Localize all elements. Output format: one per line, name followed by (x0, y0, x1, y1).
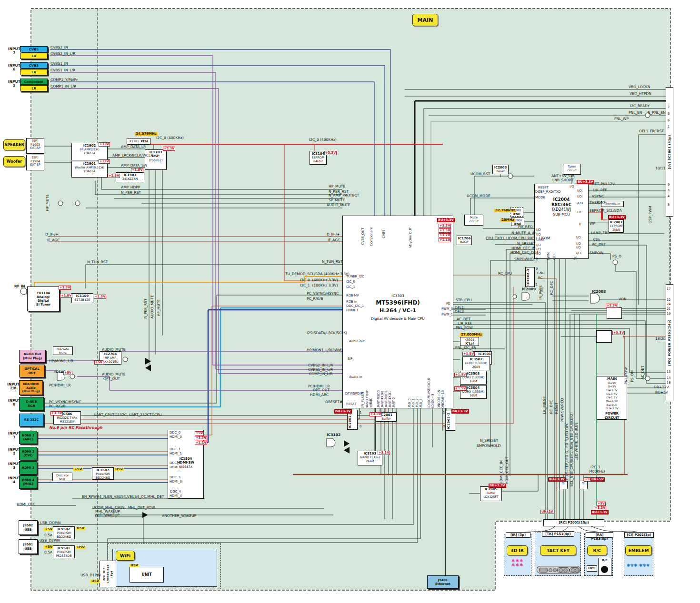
l2: (Mini Plug) (23, 356, 42, 360)
speaker-connector: SPEAKER (3, 139, 25, 150)
tact-key-bar (539, 568, 548, 573)
ic-ref: IC1507 (93, 468, 113, 472)
ic3802-spliter (607, 307, 622, 319)
ic-ref: IC9502 (54, 527, 74, 531)
wire-label: PC_VSYNC/HSYNC (307, 292, 339, 296)
ic-ref: IC1706 (458, 237, 471, 240)
wifi-conn-pins: (6p) (110, 571, 113, 578)
ic-ref: IC2002-1 (348, 411, 352, 429)
l2: Mute (54, 351, 72, 355)
ic3103-nand-flash: IC3103NAND FLASH2Gbit (358, 451, 382, 465)
ic-ref: IC2004 (535, 197, 588, 202)
wire-label: PC_R/G/B (307, 297, 323, 301)
tuner-ref: TU1104 (37, 291, 50, 295)
rail-d12: D+1.2V (598, 395, 626, 399)
wire-label: UCOM_MODE (467, 194, 490, 198)
wire-label: SCL_STB_CPU(KEY1),SDA_STB_CPU(KEY2) (570, 412, 574, 486)
wire-label: USB_D1P/N (80, 573, 100, 577)
wire-label: 18/20 (655, 337, 666, 341)
wire-label: N_PER_RST (329, 190, 349, 194)
wifi-conn-l2: CN9501(6p) (106, 565, 109, 583)
ic1902-sp-amp: IC1902SP AMP(2CH)YDA164 (71, 143, 108, 160)
x1701-xtal: X1701Xtal (127, 138, 150, 145)
ic-ref: IC1902 (72, 144, 107, 148)
wire-label: PS_ON (630, 370, 634, 382)
wire-label: +1.8V (131, 168, 143, 172)
wire-label: AC_DET (457, 317, 470, 321)
wire-label: 0.5A (44, 534, 52, 537)
wire-label: OPT_OUT (313, 388, 330, 392)
l1: HDMI 3 (22, 466, 35, 470)
l2: circuit (465, 219, 482, 223)
ir-3d-ir-label: 3D IR (510, 548, 523, 553)
wire-label: OFL1 (455, 306, 464, 310)
ir-3d-ir-block: 3D IR (507, 545, 528, 555)
ic-ref: IC1109 (72, 294, 92, 298)
wire-label: AUDIO_MUTE (150, 295, 154, 319)
chip-part: MT5396(FHD) (343, 299, 452, 306)
eth-ref: J9401 (438, 578, 448, 582)
rc-remote-icon: R/C (598, 558, 611, 576)
wire-label: INPUT 2 (8, 448, 20, 455)
power-title: POWER CIRCUIT (598, 412, 626, 420)
wire-label: 0 (536, 267, 538, 271)
rc-label: [RC] P2001(15p) (559, 521, 589, 524)
wire-label: CVBS2_IN (50, 46, 68, 49)
wifi-connector: [US] WIFI CN9501(6p) (6p) (99, 561, 116, 587)
ic1706-reset: IC1706Reset (457, 236, 472, 245)
wire-label: N_TUN_RST (87, 260, 108, 264)
wire-label: N_TUN_RST (322, 260, 342, 264)
tact-key-label: TACT KEY (547, 548, 570, 553)
ic-size: 2Gbit (359, 459, 381, 463)
wire-label: HP/MON1_L/R(PWM) (307, 348, 342, 352)
wire-label: UR12V (540, 510, 554, 514)
ic-ref: IC3503 (461, 372, 486, 376)
wire-label: INPUT 4 (8, 476, 20, 484)
wire-label: AMP_HDPP (121, 186, 140, 189)
wire-label: No.9 pin RC Passthrough (49, 426, 102, 430)
ddr-size: 16bit (461, 394, 486, 397)
wire-label: STB (593, 238, 600, 242)
ic-part: S172B12E (72, 298, 92, 302)
ic-ref: IC2003 (493, 166, 508, 169)
ic-size: 2kbit (610, 228, 623, 232)
ra-header-label: [RA] P103(5p) (591, 533, 608, 541)
ic-ref: IC9501 (54, 546, 74, 550)
wire-label: SP_MUTE (329, 198, 345, 202)
ddr-speed: DDR3 (1333M) (463, 361, 489, 365)
tact-key-dot (563, 568, 568, 573)
wire-label: OFL1_FRCRST (639, 129, 664, 133)
l1: RGB/HDMI (23, 382, 40, 386)
ic-part: YDA164 (72, 169, 107, 173)
ic-func: DSP (146, 154, 166, 158)
l2: (MHL) (23, 482, 33, 486)
ci-header: [CI] P202(3p) (624, 532, 654, 538)
wire-label: VSYNC (592, 195, 604, 198)
tact-key-dot (553, 568, 557, 572)
l2: (DVI) (24, 454, 33, 457)
tuner-l3: Si Tuner (36, 303, 50, 306)
tr-transistor-2: Tr (579, 481, 588, 489)
tuner-l1: Analog/ (37, 295, 50, 299)
l2: MHL (53, 477, 71, 481)
wire-label: HDMI_ARC (310, 393, 329, 397)
l1: HDMI 4 (22, 478, 35, 482)
ic-part: PS2553DB (54, 554, 74, 558)
wire-label: EEPROM_SCL/SDA (590, 209, 622, 213)
ic-func: PowerSW (93, 472, 113, 476)
tuner-l2: Digital (38, 299, 49, 303)
wire-label: I2C_READY (630, 104, 650, 108)
wire-label: CVBS1_IN_L/R (308, 368, 333, 372)
wire-label: GND (537, 272, 545, 275)
ic-ref: IC2704 (100, 352, 120, 356)
wire-label: +5V (73, 468, 83, 471)
xtal-ref: X2001 (511, 208, 522, 212)
wire-label: I2C_0 (400KHz) (156, 136, 184, 140)
wire-label: CVBS2_IN_L/R (308, 364, 333, 367)
dsub-rgb-connector: D-SUBRGB (19, 397, 44, 411)
ic-part: (YSS952) (146, 158, 166, 162)
wire-label: CVBS1_IN (50, 62, 68, 66)
ddr-speed: DDR3 (1333M) (461, 376, 486, 379)
wire-label: 1 (360, 411, 361, 415)
tr-transistor-1: Tr (559, 481, 568, 489)
